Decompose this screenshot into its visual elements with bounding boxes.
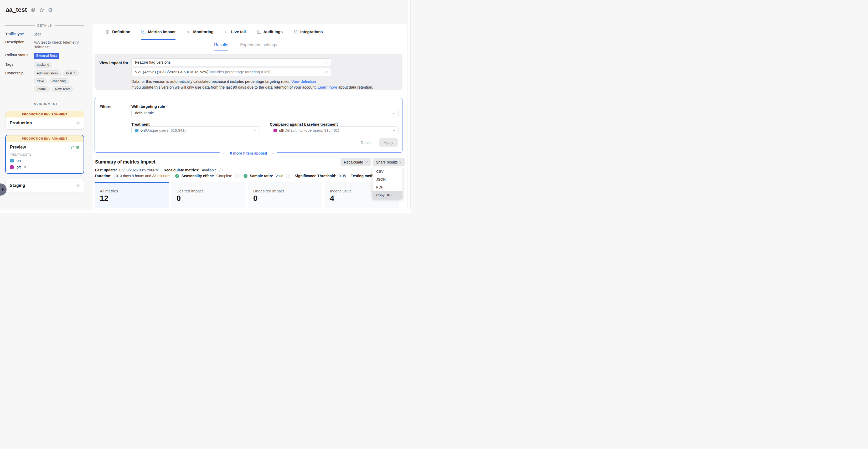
last-update-value: 05/30/2025 03:57:06PM (119, 168, 158, 172)
environment-status-dot (76, 121, 80, 125)
baseline-label: Compared against baseline treatment (270, 122, 338, 126)
significance-value: 0.05 (339, 174, 346, 178)
tags-row: Tags backend (5, 62, 84, 67)
tab-live-tail[interactable]: Live tail (224, 24, 246, 40)
divider (241, 174, 241, 178)
sample-ratio-value: Valid (275, 174, 283, 178)
copy-name-icon[interactable] (31, 8, 35, 12)
details-list: Traffic type user Description A/A test t… (5, 31, 84, 92)
info-icon[interactable]: i (219, 168, 223, 172)
version-type-select[interactable]: Feature flag versions (131, 58, 331, 66)
help-icon[interactable]: ? (235, 174, 239, 178)
more-filters-toggle[interactable]: 0 more filters applied (220, 151, 277, 155)
tags-label: Tags (5, 62, 34, 66)
menu-item-json[interactable]: JSON (373, 175, 402, 183)
treatment-off-swatch (10, 166, 14, 169)
environment-name: Production (10, 121, 76, 125)
chevron-down-icon (272, 152, 274, 154)
terminal-icon (224, 29, 229, 34)
treatment-off-swatch (274, 129, 277, 132)
subtab-results[interactable]: Results (214, 42, 228, 51)
seasonality-value: Complete (216, 174, 232, 178)
menu-item-csv[interactable]: CSV (373, 168, 402, 175)
divider (173, 174, 173, 178)
chevron-down-icon (223, 152, 225, 154)
gear-icon[interactable]: ⚙ (48, 8, 53, 12)
view-impact-panel: View impact for Feature flag versions V2… (95, 54, 402, 90)
treatment-name: off (17, 165, 21, 169)
environment-card-production[interactable]: PRODUCTION ENVIRONMENT Production (5, 111, 84, 129)
summary-status-line-1: Last update:05/30/2025 03:57:06PM Recalc… (95, 168, 223, 172)
results-subtabs: Results Experiment settings (214, 42, 277, 51)
share-results-button[interactable]: Share results (373, 158, 405, 166)
environment-card-preview[interactable]: PRODUCTION ENVIRONMENT Preview ⇄ TREATME… (5, 135, 84, 174)
tag-pill[interactable]: backend (34, 62, 52, 67)
menu-item-copy-url[interactable]: Copy URL (373, 191, 402, 199)
tab-metrics-impact[interactable]: Metrics impact (141, 24, 176, 40)
tab-monitoring[interactable]: Monitoring (186, 24, 213, 40)
divider (161, 168, 161, 172)
baseline-select[interactable]: off (Default | Unique users: 315,461) (270, 126, 399, 134)
environment-card-staging[interactable]: Staging (5, 179, 84, 192)
owner-pill[interactable]: channing (49, 78, 69, 84)
environment-status-dot (76, 184, 80, 187)
chevron-down-icon (400, 160, 402, 163)
view-impact-label: View impact for (99, 60, 128, 65)
description-row: Description A/A test to check telemetry … (5, 39, 84, 50)
targeting-rule-select[interactable]: default rule (131, 109, 399, 117)
version-select[interactable]: V21 (Active) (10/03/2022 04:59PM To Now)… (131, 68, 331, 76)
environment-name: Staging (10, 183, 76, 188)
tab-integrations[interactable]: Integrations (293, 24, 323, 40)
swap-arrows-icon: ⇄ (70, 145, 74, 150)
check-circle-icon: ✓ (244, 174, 247, 178)
owner-pill[interactable]: New Team (52, 86, 74, 92)
view-definition-link[interactable]: View definition (291, 80, 316, 84)
production-environment-banner: PRODUCTION ENVIRONMENT (6, 136, 84, 142)
treatment-item: on (10, 158, 79, 163)
ownership-row: Ownership Administrators bilal+1 dave ch… (5, 70, 84, 92)
environment-section-header: ENVIRONMENT (5, 102, 84, 106)
treatments-label: TREATMENTS (10, 153, 79, 156)
rollout-status-badge[interactable]: External Beta (34, 53, 59, 59)
default-treatment-icon: ✳ (24, 166, 27, 169)
main-content: Definition Metrics impact Monitoring Liv… (92, 24, 407, 213)
filters-box: Filters With targeting rule default rule… (95, 98, 402, 153)
recalculate-button[interactable]: Recalculate (340, 158, 371, 166)
menu-item-pdf[interactable]: PDF (373, 183, 402, 191)
version-note: Data for this version is automatically c… (131, 80, 316, 84)
treatment-select[interactable]: on (Unique users: 316,341) (131, 126, 260, 134)
share-results-menu: CSV JSON PDF Copy URL (373, 168, 402, 199)
rollout-status-row: Rollout status External Beta (5, 52, 84, 59)
description-value: A/A test to check telemetry "fairness" (34, 39, 84, 50)
owner-pill[interactable]: Administrators (34, 70, 61, 76)
owner-pill[interactable]: dave (34, 78, 47, 84)
vertical-scrollbar[interactable] (408, 0, 411, 213)
metric-card-all-metrics[interactable]: All metrics 12 (95, 182, 169, 208)
check-circle-icon: ✓ (175, 174, 179, 178)
owner-pill[interactable]: Team1 (34, 86, 50, 92)
apply-button[interactable]: Apply (379, 138, 398, 147)
traffic-type-value: user (34, 31, 84, 36)
metric-card-undesired-impact[interactable]: Undesired impact 0 (248, 182, 322, 208)
metric-summary-cards: All metrics 12 Desired impact 0 Undesire… (95, 182, 399, 208)
metric-card-desired-impact[interactable]: Desired impact 0 (171, 182, 246, 208)
tab-definition[interactable]: Definition (105, 24, 130, 40)
pulse-icon (186, 29, 191, 34)
recalculate-metrics-value: Available (202, 168, 217, 172)
tab-audit-logs[interactable]: Audit logs (256, 24, 283, 40)
chevron-down-icon (325, 70, 328, 73)
chevron-down-icon (365, 160, 368, 163)
subtab-experiment-settings[interactable]: Experiment settings (240, 42, 277, 51)
learn-more-link[interactable]: Learn more (318, 85, 337, 89)
environment-name: Preview (10, 145, 70, 150)
divider (292, 174, 292, 178)
chevron-down-icon (254, 129, 257, 131)
owner-pill[interactable]: bilal+1 (63, 70, 79, 76)
reset-button[interactable]: Reset (361, 141, 371, 145)
flag-title-row: aa_test ⚙ (5, 6, 84, 13)
treatment-label: Treatment (131, 122, 150, 126)
traffic-type-label: Traffic type (5, 31, 34, 36)
star-favorite-icon[interactable] (39, 8, 44, 12)
help-icon[interactable]: ? (285, 174, 289, 178)
ownership-label: Ownership (5, 70, 34, 75)
